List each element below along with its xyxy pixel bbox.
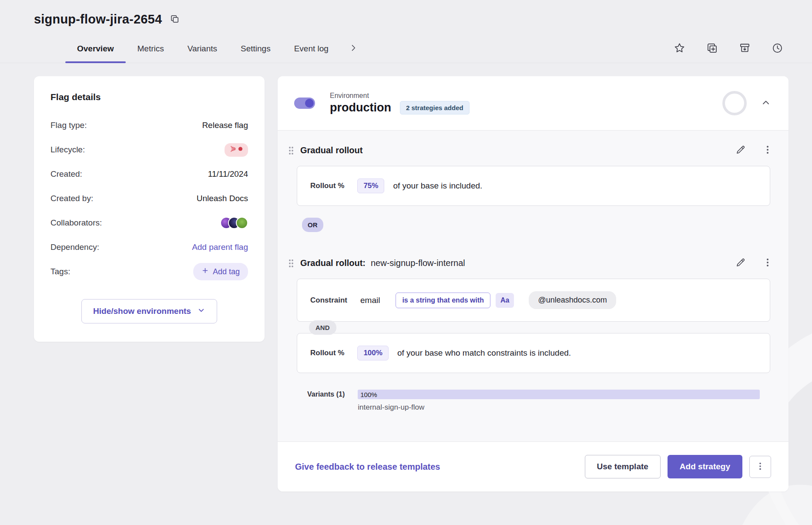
variant-distribution-bar: 100% (358, 390, 760, 399)
history-clock-icon (772, 42, 783, 55)
strategy-2-name: new-signup-flow-internal (371, 258, 465, 268)
footer-actions: Use template Add strategy (585, 455, 771, 478)
tab-settings-label: Settings (241, 44, 271, 54)
strategy-separator-row: OR (278, 206, 789, 243)
tab-metrics[interactable]: Metrics (126, 34, 176, 63)
rollout-label: Rollout % (310, 182, 344, 190)
add-strategy-button[interactable]: Add strategy (668, 455, 742, 478)
tabs-overflow-button[interactable] (340, 34, 366, 63)
environment-footer: Give feedback to release templates Use t… (278, 441, 789, 491)
collaborator-avatar[interactable] (236, 217, 248, 229)
created-row: Created: 11/11/2024 (50, 165, 248, 183)
drag-handle-icon[interactable] (285, 144, 297, 157)
page-header: signup-flow-jira-2654 (0, 12, 812, 27)
rollout-description: of your base is included. (393, 181, 482, 191)
environment-header-actions (722, 91, 772, 115)
flag-type-label: Flag type: (50, 121, 87, 130)
live-lifecycle-icon (228, 145, 244, 155)
tab-settings[interactable]: Settings (229, 34, 282, 63)
constraint-operator-badge: is a string that ends with (396, 293, 490, 308)
tags-row: Tags: Add tag (50, 262, 248, 281)
tab-variants[interactable]: Variants (176, 34, 229, 63)
environment-header: Environment production 2 strategies adde… (278, 76, 789, 130)
kebab-menu-icon (762, 145, 773, 156)
tags-label: Tags: (50, 267, 70, 276)
kebab-menu-icon (762, 257, 773, 269)
content-root: signup-flow-jira-2654 Overview Metrics V… (0, 0, 812, 491)
copy-plus-icon (706, 42, 718, 55)
chevron-down-icon (197, 306, 205, 316)
environment-text: Environment production 2 strategies adde… (330, 92, 470, 114)
environment-strategies: Gradual rollout (278, 130, 789, 441)
toggle-knob (305, 99, 314, 108)
copy-flag-button[interactable] (705, 41, 719, 56)
pencil-icon (735, 145, 746, 156)
pencil-icon (735, 257, 746, 269)
strategy-1-actions (735, 144, 774, 157)
collaborator-avatars (220, 217, 248, 229)
environment-name-row: production 2 strategies added (330, 101, 470, 114)
strategy-gradual-rollout-named: Gradual rollout: new-signup-flow-interna… (278, 243, 789, 441)
page-title: signup-flow-jira-2654 (34, 12, 162, 27)
lifecycle-label: Lifecycle: (50, 145, 85, 155)
hide-show-environments-button[interactable]: Hide/show environments (81, 299, 217, 323)
drag-handle-icon[interactable] (285, 257, 297, 270)
edit-strategy-button[interactable] (735, 144, 747, 157)
rollout-card: Rollout % 100% of your base who match co… (297, 333, 770, 373)
tab-event-log[interactable]: Event log (282, 34, 340, 63)
constraint-card: Constraint email is a string that ends w… (297, 279, 770, 322)
flag-details-heading: Flag details (50, 92, 248, 102)
more-options-button[interactable] (749, 456, 771, 478)
constraint-separator-row: AND (297, 322, 770, 333)
copy-icon (170, 14, 180, 25)
rollout-label: Rollout % (310, 349, 344, 357)
add-tag-button[interactable]: Add tag (193, 263, 248, 280)
add-parent-flag-link[interactable]: Add parent flag (192, 242, 248, 252)
environment-panel: Environment production 2 strategies adde… (278, 76, 789, 491)
event-history-button[interactable] (771, 41, 784, 56)
favorite-button[interactable] (673, 41, 686, 56)
case-sensitivity-badge: Aa (496, 293, 514, 308)
strategy-menu-button[interactable] (762, 256, 774, 270)
strategies-count-badge: 2 strategies added (400, 101, 470, 114)
variants-section: Variants (1) 100% internal-sign-up-flow (307, 390, 770, 412)
use-template-button[interactable]: Use template (585, 455, 661, 478)
main-content: Flag details Flag type: Release flag Lif… (0, 63, 812, 491)
strategy-1-header: Gradual rollout (278, 140, 789, 163)
lifecycle-badge[interactable] (225, 143, 248, 157)
strategy-2-actions (735, 256, 774, 270)
copy-flag-name-button[interactable] (169, 13, 181, 26)
collaborators-row: Collaborators: (50, 214, 248, 232)
strategy-1-title: Gradual rollout (300, 145, 362, 155)
kebab-menu-icon (755, 461, 765, 472)
created-value: 11/11/2024 (208, 169, 248, 179)
strategy-2-title: Gradual rollout: (300, 258, 366, 268)
created-label: Created: (50, 169, 82, 179)
created-by-label: Created by: (50, 194, 93, 203)
hide-show-environments-label: Hide/show environments (93, 306, 191, 316)
rollout-percentage-badge: 100% (357, 346, 388, 360)
flag-type-row: Flag type: Release flag (50, 116, 248, 135)
release-templates-feedback-link[interactable]: Give feedback to release templates (295, 462, 440, 472)
dependency-label: Dependency: (50, 242, 99, 252)
created-by-value: Unleash Docs (197, 194, 248, 203)
flag-type-value: Release flag (202, 121, 248, 130)
tab-overview-label: Overview (77, 44, 114, 54)
tab-overview[interactable]: Overview (65, 34, 126, 63)
variants-bar-container: 100% internal-sign-up-flow (358, 390, 770, 412)
edit-strategy-button[interactable] (735, 256, 747, 270)
empty-ring-icon (722, 91, 747, 115)
strategy-menu-button[interactable] (762, 144, 774, 157)
archive-flag-button[interactable] (738, 41, 752, 56)
and-separator-badge: AND (309, 320, 336, 335)
collapse-environment-button[interactable] (760, 97, 772, 110)
variant-percent: 100% (358, 391, 377, 398)
environment-name: production (330, 101, 391, 114)
environment-label: Environment (330, 92, 470, 100)
chevron-right-icon (349, 44, 358, 54)
rollout-card: Rollout % 75% of your base is included. (297, 166, 770, 206)
environment-toggle[interactable] (294, 98, 315, 109)
rollout-description: of your base who match constraints is in… (397, 348, 571, 358)
add-tag-label: Add tag (213, 267, 240, 276)
rollout-percentage-badge: 75% (357, 178, 384, 193)
